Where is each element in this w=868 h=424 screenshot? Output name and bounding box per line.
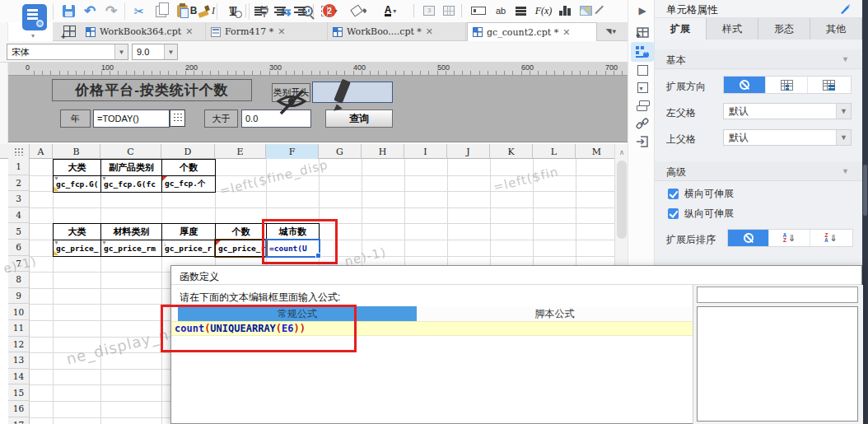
cell-E5[interactable]: 个数 (215, 223, 267, 240)
row-header-1[interactable]: 1 (8, 159, 30, 175)
cell-C6[interactable]: gc_price_rm (100, 240, 162, 257)
row-header-2[interactable]: 2 (8, 175, 30, 192)
formula-button[interactable]: F(x) (532, 2, 555, 19)
chevron-down-icon[interactable]: ▼ (114, 44, 128, 59)
row-header-6[interactable]: 6 (8, 240, 30, 256)
row-header-16[interactable]: 16 (8, 401, 30, 417)
tab-list-dropdown-icon[interactable]: ◥ (606, 27, 616, 35)
v-expandable-checkbox[interactable]: 纵向可伸展 (668, 207, 734, 221)
rich-text-button[interactable] (512, 2, 529, 19)
section-advanced[interactable]: 高级▼ (655, 161, 862, 181)
line-tool-button[interactable] (600, 2, 616, 19)
param-op-label[interactable]: 大于 (204, 109, 238, 128)
cell-B1[interactable]: 大类 (53, 159, 101, 176)
template-gallery-caret-icon[interactable]: ▾ (31, 32, 35, 40)
float-element-icon[interactable] (634, 63, 651, 77)
column-header-F[interactable]: F (266, 144, 319, 159)
undo-button[interactable]: ↶ (81, 2, 99, 20)
cell-B2[interactable]: gc_fcp.G( (53, 175, 101, 193)
expand-vertical-button[interactable] (766, 77, 808, 93)
cell-D6[interactable]: gc_price_r (161, 240, 216, 257)
align-center-button[interactable] (272, 2, 288, 19)
section-basic[interactable]: 基本▼ (655, 49, 862, 69)
cell-D5[interactable]: 厚度 (161, 223, 216, 240)
row-header-10[interactable]: 10 (8, 304, 30, 320)
tab-other[interactable]: 其他 (810, 18, 862, 40)
scroll-up-icon[interactable]: ∧ (615, 146, 628, 159)
text-widget-button[interactable] (468, 2, 489, 19)
close-tab-icon[interactable]: ✕ (278, 26, 285, 37)
underline-button[interactable]: U (226, 2, 240, 19)
sort-none-button[interactable] (728, 230, 769, 246)
chart-button[interactable] (557, 2, 573, 19)
pin-edit-icon[interactable] (839, 3, 851, 15)
font-color-button[interactable]: A▾ (380, 2, 400, 19)
column-header-B[interactable]: B (53, 144, 100, 159)
tab-workbook364[interactable]: WorkBook364.cpt ✕ (81, 22, 206, 41)
condition-attributes-icon[interactable] (634, 98, 651, 113)
hyperlink-icon[interactable] (634, 116, 651, 131)
cell-B5[interactable]: 大类 (53, 223, 101, 240)
column-header-I[interactable]: I (404, 144, 447, 159)
bold-button[interactable]: B (186, 2, 201, 19)
cell-C2[interactable]: gc_fcp.G(fc (100, 175, 162, 193)
scrollbar-thumb[interactable] (617, 161, 627, 239)
column-header-H[interactable]: H (362, 144, 404, 159)
row-header-9[interactable]: 9 (8, 288, 30, 305)
cell-attributes-icon-active[interactable] (631, 42, 654, 62)
image-button[interactable] (576, 2, 595, 19)
redo-button[interactable]: ↷ (102, 2, 120, 20)
cell-element-icon[interactable] (634, 25, 651, 40)
cut-button[interactable]: ✂ (130, 2, 148, 20)
select-all-corner[interactable] (8, 144, 30, 159)
chevron-down-icon[interactable]: ▼ (836, 104, 851, 119)
align-left-button[interactable] (252, 2, 268, 19)
tab-workboo-cpt[interactable]: WorkBoo....cpt * ✕ (328, 22, 466, 41)
column-header-M[interactable]: M (576, 144, 614, 159)
cell-B6[interactable]: gc_price_ (53, 240, 101, 257)
function-list[interactable] (697, 306, 858, 422)
param-title-label[interactable]: 价格平台-按类统计个数 (52, 79, 252, 101)
column-header-K[interactable]: K (490, 144, 533, 159)
sort-asc-button[interactable]: AZ⇓ (769, 230, 810, 246)
calendar-icon[interactable] (170, 109, 185, 127)
widget-settings-icon[interactable] (634, 80, 651, 95)
tab-form[interactable]: 形态 (758, 18, 810, 40)
close-tab-icon[interactable]: ✕ (562, 27, 570, 38)
italic-button[interactable]: I (206, 2, 221, 19)
column-header-C[interactable]: C (100, 144, 161, 159)
column-header-J[interactable]: J (447, 144, 490, 159)
border-button[interactable]: ▾ (320, 2, 339, 19)
close-tab-icon[interactable]: ✕ (426, 26, 433, 37)
function-search-input[interactable] (697, 287, 858, 303)
chevron-down-icon[interactable]: ▼ (164, 44, 177, 59)
row-header-12[interactable]: 12 (8, 337, 30, 353)
font-family-combo[interactable]: 宋体▼ (7, 44, 128, 60)
column-header-L[interactable]: L (533, 144, 576, 159)
row-header-17[interactable]: 17 (8, 417, 30, 424)
expand-horizontal-button[interactable] (808, 77, 850, 93)
checkbox-checked-icon[interactable] (668, 189, 679, 199)
row-header-11[interactable]: 11 (8, 320, 30, 337)
left-parent-select[interactable]: 默认▼ (723, 103, 852, 119)
cell-C5[interactable]: 材料类别 (100, 223, 162, 240)
column-header-D[interactable]: D (161, 144, 215, 159)
column-header-E[interactable]: E (215, 144, 266, 159)
tab-form417[interactable]: Form417 * ✕ (206, 22, 328, 41)
cell-C1[interactable]: 副产品类别 (100, 159, 162, 176)
merge-cells-button[interactable] (420, 2, 438, 19)
row-header-5[interactable]: 5 (8, 223, 30, 240)
align-right-button[interactable] (292, 2, 308, 19)
column-header-A[interactable]: A (30, 144, 53, 159)
collapse-panel-icon[interactable]: ▶ (634, 3, 651, 18)
h-expandable-checkbox[interactable]: 横向可伸展 (668, 187, 734, 201)
row-header-3[interactable]: 3 (8, 191, 30, 207)
row-header-4[interactable]: 4 (8, 207, 30, 224)
close-tab-icon[interactable]: ✕ (185, 26, 193, 37)
unmerge-cells-button[interactable] (440, 2, 458, 19)
chevron-down-icon[interactable]: ▼ (836, 130, 851, 145)
up-parent-select[interactable]: 默认▼ (723, 129, 852, 146)
template-gallery-icon[interactable] (22, 4, 47, 30)
param-year-input[interactable]: =TODAY() (93, 109, 170, 128)
export-attributes-icon[interactable] (634, 134, 651, 149)
